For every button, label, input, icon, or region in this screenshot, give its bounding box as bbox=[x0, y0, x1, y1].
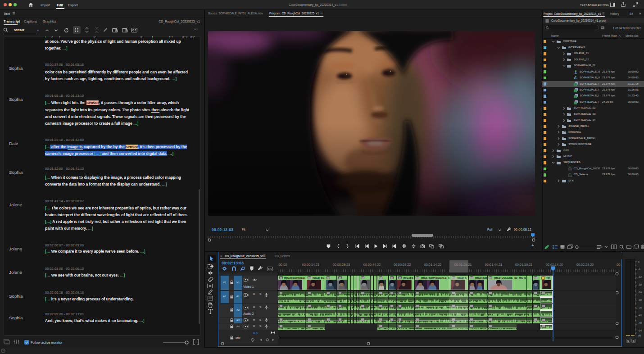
svg-text:00:01:59:21: 00:01:59:21 bbox=[515, 263, 533, 267]
svg-text:00:02:29:20: 00:02:29:20 bbox=[576, 263, 594, 267]
svg-text:00:01:14:22: 00:01:14:22 bbox=[424, 263, 442, 267]
svg-text:00:01:29:21: 00:01:29:21 bbox=[454, 263, 472, 267]
svg-text:-12: -12 bbox=[638, 276, 642, 278]
svg-text:00:01:44:21: 00:01:44:21 bbox=[485, 263, 503, 267]
svg-text:-36: -36 bbox=[638, 306, 642, 309]
svg-text:dB: dB bbox=[638, 334, 641, 337]
svg-text:-48: -48 bbox=[638, 322, 642, 324]
svg-text:00:00:44:22: 00:00:44:22 bbox=[363, 263, 381, 267]
svg-text:-42: -42 bbox=[638, 314, 642, 317]
svg-text::00:00: :00:00 bbox=[278, 263, 287, 267]
svg-text:-54: -54 bbox=[638, 329, 642, 332]
svg-text:-30: -30 bbox=[638, 299, 642, 301]
svg-text:00:: 00: bbox=[617, 263, 621, 267]
svg-text:0: 0 bbox=[638, 261, 640, 263]
svg-text:00:00:29:23: 00:00:29:23 bbox=[333, 263, 350, 267]
svg-text:00:00:59:22: 00:00:59:22 bbox=[394, 263, 411, 267]
svg-text:00:00:14:23: 00:00:14:23 bbox=[302, 263, 320, 267]
svg-text:-18: -18 bbox=[638, 283, 642, 286]
svg-text:-6: -6 bbox=[638, 268, 641, 271]
svg-text:-24: -24 bbox=[638, 291, 642, 294]
